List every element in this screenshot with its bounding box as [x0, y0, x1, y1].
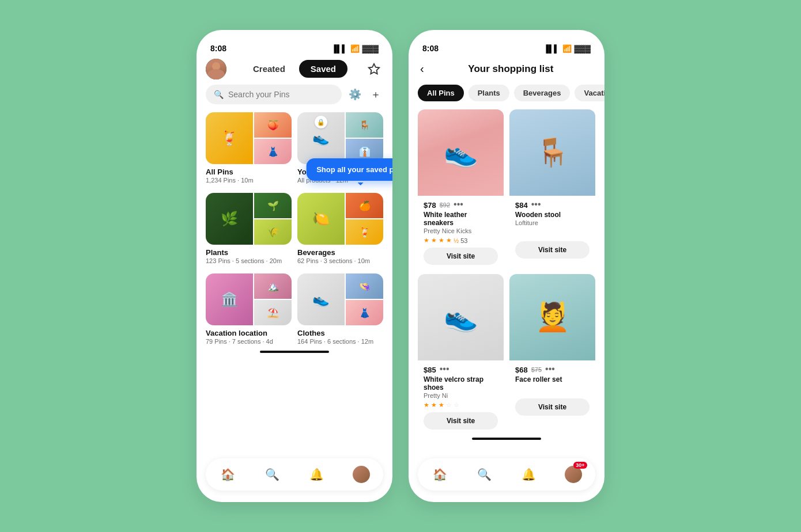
add-icon[interactable]: ＋ — [368, 85, 383, 104]
nav-bell-1[interactable]: 🔔 — [305, 464, 328, 485]
visit-btn-roller[interactable]: Visit site — [515, 398, 590, 416]
product-velcro[interactable]: 👟 $85 ••• White velcro strap shoes Prett… — [418, 274, 504, 433]
product-info-stool: $84 ••• Wooden stool Loftiture Visit sit… — [509, 196, 595, 262]
status-bar-1: 8:08 ▐▌▌ 📶 ▓▓▓ — [197, 39, 392, 55]
chip-all-pins[interactable]: All Pins — [418, 85, 464, 101]
star-4: ★ — [446, 237, 452, 244]
price-roller: $68 — [515, 366, 528, 374]
brand-velcro: Pretty Ni — [424, 392, 498, 399]
settings-icon[interactable] — [365, 60, 383, 78]
plants-title: Plants — [206, 248, 292, 257]
search-input-wrap[interactable]: 🔍 — [206, 85, 342, 104]
board-vacation[interactable]: 🏛️ 🏔️ ⛱️ Vacation location 79 Pins · 7 s… — [206, 273, 292, 346]
all-pins-title: All Pins — [206, 168, 292, 176]
nav-search-1[interactable]: 🔍 — [261, 464, 284, 485]
chip-beverages[interactable]: Beverages — [514, 85, 570, 101]
stars-sneakers: ★ ★ ★ ★ ½ 53 — [424, 237, 498, 244]
board-plants[interactable]: 🌿 🌱 🌾 Plants 123 Pins · 5 sections · 20m — [206, 193, 292, 265]
star-v1: ★ — [424, 401, 429, 409]
vacation-title: Vacation location — [206, 329, 292, 337]
products-grid: 👟 $78 $92 ••• White leather sneakers Pre… — [409, 109, 604, 433]
board-all-pins[interactable]: 🍹 🍑 👗 All Pins 1,234 Pins · 10m — [206, 112, 292, 185]
status-bar-2: 8:08 ▐▌▌ 📶 ▓▓▓ — [409, 39, 604, 55]
boards-row-3: 🏛️ 🏔️ ⛱️ Vacation location 79 Pins · 7 s… — [206, 273, 383, 346]
product-stool[interactable]: 🪑 $84 ••• Wooden stool Loftiture Visit s… — [509, 109, 595, 268]
star-3: ★ — [439, 237, 444, 244]
phone-2: 8:08 ▐▌▌ 📶 ▓▓▓ ‹ Your shopping list All … — [409, 30, 604, 502]
search-icon: 🔍 — [214, 90, 224, 99]
filter-chips: All Pins Plants Beverages Vacation C — [409, 85, 604, 109]
chip-plants[interactable]: Plants — [468, 85, 509, 101]
name-sneakers: White leather sneakers — [424, 211, 498, 227]
time-1: 8:08 — [210, 44, 226, 53]
bottom-nav-2: 🏠 🔍 🔔 30+ — [418, 458, 595, 491]
nav-bell-2[interactable]: 🔔 — [517, 464, 541, 485]
name-stool: Wooden stool — [515, 211, 590, 219]
back-button[interactable]: ‹ — [420, 60, 429, 78]
product-img-roller: 💆 — [509, 274, 595, 360]
visit-btn-velcro[interactable]: Visit site — [424, 412, 498, 430]
badge-count: 30+ — [573, 462, 587, 469]
product-img-velcro: 👟 — [418, 274, 504, 360]
nav-home-2[interactable]: 🏠 — [429, 464, 452, 485]
tab-saved[interactable]: Saved — [299, 60, 347, 78]
boards-row-2: 🌿 🌱 🌾 Plants 123 Pins · 5 sections · 20m — [206, 193, 383, 265]
filter-icon[interactable]: ⚙️ — [346, 86, 364, 103]
chip-vacation[interactable]: Vacation — [575, 85, 604, 101]
avatar[interactable] — [206, 59, 226, 79]
beverages-title: Beverages — [297, 248, 383, 257]
price-stool: $84 — [515, 201, 528, 210]
more-btn-stool[interactable]: ••• — [531, 199, 541, 210]
visit-btn-sneakers[interactable]: Visit site — [424, 248, 498, 265]
more-btn-velcro[interactable]: ••• — [440, 364, 449, 374]
nav-search-2[interactable]: 🔍 — [473, 464, 496, 485]
price-orig-roller: $75 — [531, 366, 542, 373]
battery-icon: ▓▓▓ — [362, 44, 379, 53]
star-1: ★ — [424, 237, 429, 244]
star-2: ★ — [431, 237, 437, 244]
signal-icon-2: ▐▌▌ — [543, 44, 560, 53]
tab-created[interactable]: Created — [241, 60, 297, 78]
brand-sneakers: Pretty Nice Kicks — [424, 227, 498, 234]
product-img-sneakers: 👟 — [418, 109, 504, 196]
vacation-meta: 79 Pins · 7 sections · 4d — [206, 338, 292, 345]
review-count-sneakers: 53 — [460, 237, 467, 244]
all-pins-meta: 1,234 Pins · 10m — [206, 177, 292, 184]
price-orig-sneakers: $92 — [440, 202, 450, 208]
phone2-header: ‹ Your shopping list — [409, 55, 604, 85]
battery-icon-2: ▓▓▓ — [575, 44, 591, 53]
clothes-meta: 164 Pins · 6 sections · 12m — [297, 338, 383, 345]
page-title: Your shopping list — [429, 63, 593, 75]
search-bar: 🔍 ⚙️ ＋ — [206, 85, 383, 104]
product-roller[interactable]: 💆 $68 $75 ••• Face roller set Visit site — [509, 274, 595, 433]
star-v2: ★ — [431, 401, 437, 409]
search-input[interactable] — [228, 90, 334, 99]
status-icons-2: ▐▌▌ 📶 ▓▓▓ — [543, 44, 591, 53]
plants-meta: 123 Pins · 5 sections · 20m — [206, 257, 292, 264]
nav-home-1[interactable]: 🏠 — [217, 464, 240, 485]
board-clothes[interactable]: 👟 👒 👗 Clothes 164 Pins · 6 sections · 12… — [297, 273, 383, 346]
name-roller: Face roller set — [515, 375, 590, 383]
brand-stool: Loftiture — [515, 219, 590, 226]
bottom-nav-1: 🏠 🔍 🔔 — [206, 458, 383, 491]
product-sneakers[interactable]: 👟 $78 $92 ••• White leather sneakers Pre… — [418, 109, 504, 268]
name-velcro: White velcro strap shoes — [424, 375, 498, 392]
more-btn-roller[interactable]: ••• — [545, 364, 555, 374]
nav-avatar-1[interactable] — [350, 464, 373, 485]
star-5: ½ — [454, 237, 459, 244]
home-bar-1 — [260, 351, 329, 353]
more-btn-sneakers[interactable]: ••• — [454, 199, 463, 210]
board-beverages[interactable]: Shop all your saved products in one plac… — [297, 193, 383, 265]
tooltip-bubble: Shop all your saved products in one plac… — [306, 158, 392, 181]
wifi-icon: 📶 — [350, 44, 360, 53]
beverages-meta: 62 Pins · 3 sections · 10m — [297, 257, 383, 264]
profile-header: Created Saved — [197, 55, 392, 85]
stars-velcro: ★ ★ ★ ☆ ☆ — [424, 401, 498, 409]
star-v4: ☆ — [446, 401, 452, 409]
visit-btn-stool[interactable]: Visit site — [515, 241, 590, 259]
price-velcro: $85 — [424, 366, 436, 374]
product-img-stool: 🪑 — [509, 109, 595, 196]
product-info-velcro: $85 ••• White velcro strap shoes Pretty … — [418, 360, 504, 433]
nav-avatar-2[interactable]: 30+ — [562, 464, 585, 485]
signal-icon: ▐▌▌ — [331, 44, 347, 53]
